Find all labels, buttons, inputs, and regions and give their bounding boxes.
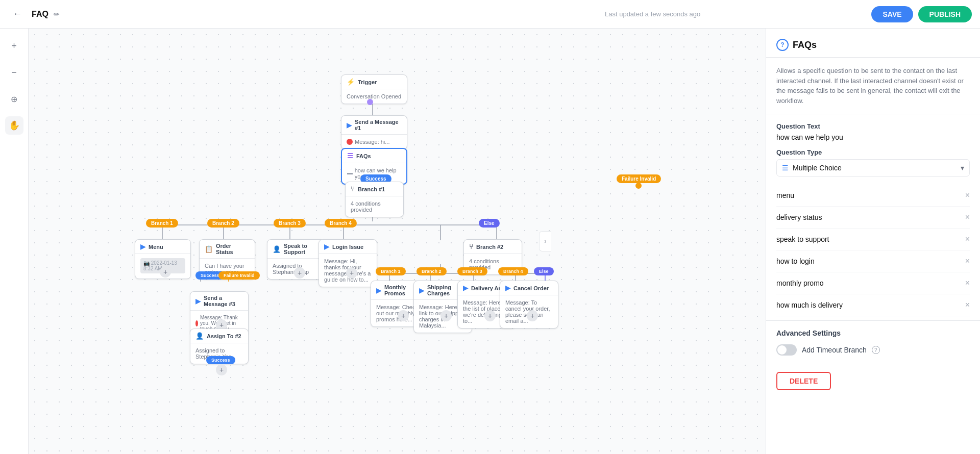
faq-options-list: menu×delivery status×speak to support×ho… <box>766 185 980 316</box>
question-text-label: Question Text <box>776 122 970 130</box>
question-type-label: Question Type <box>776 148 970 156</box>
branch-1-header: ⑂ Branch #1 <box>346 182 403 196</box>
pan-button[interactable]: ✋ <box>5 116 23 135</box>
fit-view-button[interactable]: ⊕ <box>5 90 23 108</box>
timeout-help-icon[interactable]: ? <box>872 346 880 354</box>
branch-1-body: 4 conditions provided <box>346 196 403 217</box>
chevron-right-icon: › <box>545 238 547 245</box>
trigger-label: Trigger <box>358 79 377 85</box>
b3-pill[interactable]: Branch 3 <box>274 219 306 228</box>
login-issue-node[interactable]: ▶ Login Issue Message: Hi, thanks for yo… <box>318 239 377 287</box>
faq-option-opt-monthly-promo: monthly promo× <box>776 272 970 294</box>
delete-section: DELETE <box>766 364 980 402</box>
shipping-add-btn[interactable]: + <box>440 310 452 321</box>
sub-b4-pill[interactable]: Branch 4 <box>498 267 528 275</box>
question-type-select[interactable]: ☰ Multiple Choice ▾ <box>776 159 970 176</box>
zoom-in-button[interactable]: + <box>5 37 23 55</box>
panel-title: FAQs <box>793 40 817 51</box>
trigger-body: Conversation Opened <box>341 89 407 104</box>
faqs-label: FAQs <box>356 153 371 159</box>
send-message-1-label: Send a Message #1 <box>355 119 402 131</box>
crosshair-icon: ⊕ <box>11 94 17 104</box>
send-message-1-header: ▶ Send a Message #1 <box>341 116 407 135</box>
advanced-settings-title: Advanced Settings <box>776 329 970 337</box>
else-pill[interactable]: Else <box>479 219 500 228</box>
assign-2-label: Assign To #2 <box>207 333 241 339</box>
branch-1-node[interactable]: ⑂ Branch #1 4 conditions provided <box>345 182 404 217</box>
cancel-order-label: Cancel Order <box>513 285 549 291</box>
support-add-btn[interactable]: + <box>294 267 305 279</box>
menu-add-btn[interactable]: + <box>160 266 171 278</box>
topbar: ← FAQ ✏ Last updated a few seconds ago S… <box>0 0 980 29</box>
faq-option-delete-button[interactable]: × <box>965 257 970 266</box>
timeout-row: Add Timeout Branch ? <box>776 344 970 356</box>
delete-button[interactable]: DELETE <box>776 372 831 390</box>
trigger-node[interactable]: ⚡ Trigger Conversation Opened <box>341 74 407 104</box>
login-icon: ▶ <box>324 243 329 250</box>
fail-dot[interactable] <box>635 183 642 189</box>
zoom-out-button[interactable]: − <box>5 63 23 82</box>
faq-option-delete-button[interactable]: × <box>965 300 970 310</box>
cancel-order-node[interactable]: ▶ Cancel Order Message: To cancel your o… <box>500 281 558 329</box>
main-content: + − ⊕ ✋ <box>0 29 980 454</box>
faq-option-delete-button[interactable]: × <box>965 235 970 244</box>
assign-success-pill[interactable]: Success <box>206 356 235 364</box>
flow-canvas[interactable]: ⚡ Trigger Conversation Opened ▶ Send a M… <box>29 29 766 454</box>
send-message-1-node[interactable]: ▶ Send a Message #1 Message: hi... <box>341 115 407 149</box>
publish-button[interactable]: PUBLISH <box>918 6 972 22</box>
promos-add-btn[interactable]: + <box>398 310 409 321</box>
assign-add-btn[interactable]: + <box>216 364 227 375</box>
sub-b1-pill[interactable]: Branch 1 <box>376 267 406 275</box>
topbar-left: ← FAQ ✏ <box>8 5 434 23</box>
faqs-fail-pill[interactable]: Failure Invalid <box>617 174 661 183</box>
sub-else-pill[interactable]: Else <box>534 267 554 275</box>
select-type-icon: ☰ <box>782 164 789 172</box>
panel-toggle-button[interactable]: › <box>539 231 551 251</box>
trigger-icon: ⚡ <box>347 78 355 86</box>
delivery-add-btn[interactable]: + <box>484 310 496 321</box>
order-fail-pill[interactable]: Failure Invalid <box>218 271 260 280</box>
faq-option-text: speak to support <box>776 235 829 243</box>
save-button[interactable]: SAVE <box>871 6 913 22</box>
b2-pill[interactable]: Branch 2 <box>207 219 239 228</box>
canvas-area[interactable]: ⚡ Trigger Conversation Opened ▶ Send a M… <box>29 29 766 454</box>
faq-option-delete-button[interactable]: × <box>965 191 970 200</box>
speak-support-label: Speak to Support <box>284 243 320 255</box>
faq-option-delete-button[interactable]: × <box>965 279 970 288</box>
save-status: Last updated a few seconds ago <box>440 10 866 18</box>
page-title: FAQ <box>32 10 48 19</box>
sub-b2-pill[interactable]: Branch 2 <box>416 267 447 275</box>
question-type-value: Multiple Choice <box>793 164 842 172</box>
trigger-out-dot[interactable] <box>367 99 373 105</box>
login-add-btn[interactable]: + <box>346 267 357 279</box>
faq-option-delete-button[interactable]: × <box>965 213 970 222</box>
faq-option-text: menu <box>776 191 794 199</box>
send-message-1-body: Message: hi... <box>341 135 407 149</box>
panel-description: Allows a specific question to be sent to… <box>766 58 980 114</box>
faq-option-opt-menu: menu× <box>776 185 970 207</box>
sub-b3-pill[interactable]: Branch 3 <box>457 267 487 275</box>
b1-pill[interactable]: Branch 1 <box>146 219 178 228</box>
topbar-actions: SAVE PUBLISH <box>871 6 972 22</box>
edit-icon[interactable]: ✏ <box>54 10 60 18</box>
delivery-icon: ▶ <box>463 284 468 292</box>
advanced-settings-section: Advanced Settings Add Timeout Branch ? <box>766 320 980 364</box>
shipping-icon: ▶ <box>419 287 424 294</box>
assign-icon: 👤 <box>195 332 204 340</box>
timeout-toggle[interactable] <box>776 344 797 356</box>
faq-option-opt-speak-to-support: speak to support× <box>776 229 970 250</box>
chevron-down-icon: ▾ <box>961 164 964 172</box>
right-panel: ? FAQs Allows a specific question to be … <box>766 29 980 454</box>
b4-pill[interactable]: Branch 4 <box>325 219 357 228</box>
trigger-header: ⚡ Trigger <box>341 75 407 89</box>
cancel-add-btn[interactable]: + <box>527 310 538 321</box>
back-button[interactable]: ← <box>8 5 27 23</box>
faq-option-text: how much is delivery <box>776 301 843 309</box>
branch-2-label: Branch #2 <box>476 244 503 250</box>
question-text-section: Question Text how can we help you Questi… <box>766 114 980 185</box>
faq-option-opt-how-much-is-delivery: how much is delivery× <box>776 294 970 316</box>
menu-label: Menu <box>149 244 163 250</box>
faq-option-text: delivery status <box>776 213 822 221</box>
branch-1-label: Branch #1 <box>358 186 385 192</box>
plus-icon: + <box>11 41 17 52</box>
